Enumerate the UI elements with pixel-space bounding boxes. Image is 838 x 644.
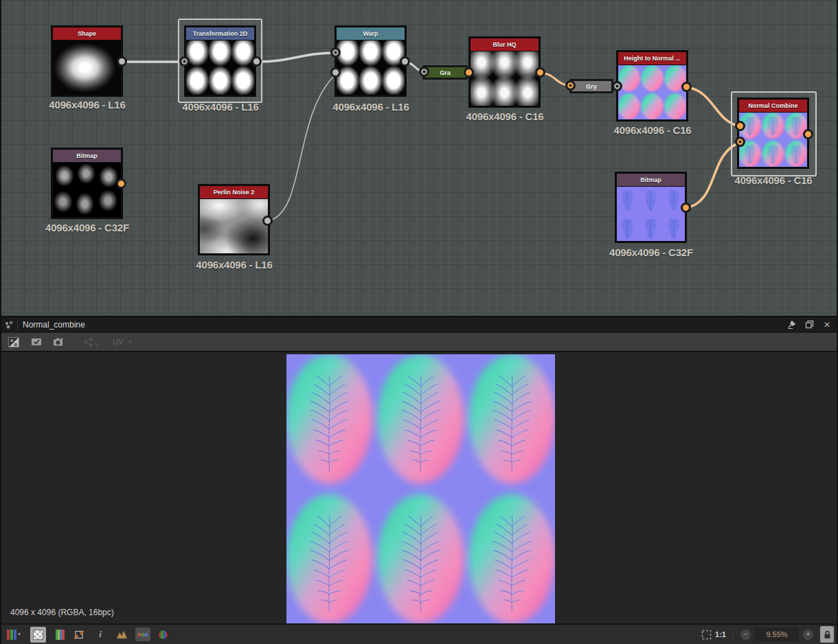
- node-bitmap-left-thumbnail: [53, 163, 121, 217]
- share-nodes-icon: [83, 337, 93, 347]
- node-shape-label: 4096x4096 - L16: [25, 99, 149, 111]
- histogram-button[interactable]: [115, 627, 128, 642]
- node-bitmap-left-label: 4096x4096 - C32F: [25, 222, 149, 233]
- zoom-level-field[interactable]: 9.55%: [755, 628, 799, 641]
- ab-compare-b-label: B: [14, 343, 17, 347]
- graph-icon: [4, 320, 14, 330]
- histogram-mountain-icon: [116, 630, 128, 639]
- port-heighttonormal-output[interactable]: [681, 82, 692, 92]
- info-icon: i: [99, 629, 102, 640]
- channel-select-button[interactable]: [5, 627, 18, 642]
- link-views-button[interactable]: [81, 334, 95, 349]
- histogram-stripes-button[interactable]: [53, 627, 67, 642]
- port-grayscale-input[interactable]: [565, 80, 576, 91]
- node-transformation2d-header: Transformation 2D: [186, 27, 254, 40]
- background-toggle-button[interactable]: [30, 627, 46, 643]
- node-normalcombine[interactable]: Normal Combine: [737, 97, 809, 169]
- port-warp-input-1[interactable]: [330, 47, 341, 58]
- port-bitmap-left-output[interactable]: [116, 179, 126, 189]
- display-check-icon: [31, 337, 42, 347]
- node-heighttonormal[interactable]: Height to Normal ...: [616, 50, 688, 122]
- lock-zoom-button[interactable]: [820, 626, 834, 643]
- node-shape-header: Shape: [53, 27, 121, 40]
- window-left-edge: [0, 0, 1, 644]
- node-warp-thumbnail: [337, 41, 405, 95]
- node-warp[interactable]: Warp: [335, 25, 407, 97]
- actual-size-button[interactable]: 1:1: [715, 630, 726, 639]
- port-warp-output[interactable]: [400, 56, 410, 67]
- port-blurhq-input[interactable]: [464, 67, 474, 78]
- checkerboard-icon: [33, 630, 43, 640]
- color-sphere-button[interactable]: [156, 627, 170, 642]
- node-transformation2d-title: Transformation 2D: [193, 30, 248, 37]
- node-shape[interactable]: Shape: [51, 25, 123, 97]
- camera-icon: [53, 337, 64, 347]
- view-statusbar: ▾ i: [0, 623, 838, 644]
- node-bitmap-left-title: Bitmap: [76, 152, 98, 159]
- node-normalcombine-header: Normal Combine: [739, 100, 807, 112]
- zoom-in-button[interactable]: +: [803, 630, 813, 640]
- rgb-channels-icon: [7, 630, 16, 640]
- zoom-out-button[interactable]: −: [740, 630, 751, 640]
- fit-view-button[interactable]: [700, 628, 712, 641]
- node-heighttonormal-title: Height to Normal ...: [624, 55, 681, 62]
- port-gradient-input[interactable]: [419, 67, 429, 77]
- port-warp-input-2[interactable]: [330, 67, 341, 78]
- node-graph-canvas[interactable]: Shape 4096x4096 - L16 Transformation 2D …: [0, 0, 838, 317]
- panel-titlebar[interactable]: Normal_combine ✕: [0, 317, 838, 332]
- zoom-level-value: 9.55%: [766, 630, 787, 639]
- pin-icon[interactable]: [786, 319, 797, 330]
- preview-image[interactable]: [286, 354, 555, 623]
- node-bitmap-left[interactable]: Bitmap: [51, 148, 123, 219]
- port-blurhq-output[interactable]: [535, 67, 545, 78]
- tiling-toggle-button[interactable]: [72, 627, 86, 642]
- node-perlinnoise2-title: Perlin Noise 2: [214, 189, 255, 196]
- info-button[interactable]: i: [95, 627, 105, 642]
- channel-select-caret-icon[interactable]: ▾: [18, 632, 21, 637]
- node-transformation2d-thumbnail: [186, 41, 254, 95]
- node-blurhq-title: Blur HQ: [492, 41, 516, 48]
- float-window-icon[interactable]: [804, 319, 815, 330]
- port-transformation2d-output[interactable]: [251, 56, 262, 67]
- node-blurhq[interactable]: Blur HQ: [468, 36, 541, 108]
- node-grayscale-compact[interactable]: Gry: [569, 79, 613, 93]
- wire-transformation2d-to-warp[interactable]: [257, 53, 336, 62]
- port-normalcombine-output[interactable]: [803, 129, 813, 139]
- node-bitmap-right-thumbnail: [617, 187, 685, 241]
- node-perlinnoise2-label: 4096x4096 - L16: [172, 259, 296, 271]
- application-window: Shape 4096x4096 - L16 Transformation 2D …: [0, 0, 838, 644]
- node-bitmap-right[interactable]: Bitmap: [615, 172, 687, 243]
- save-render-button[interactable]: [51, 334, 66, 349]
- port-bitmap-right-output[interactable]: [681, 203, 691, 213]
- port-transformation2d-input[interactable]: [179, 56, 190, 67]
- node-perlinnoise2[interactable]: Perlin Noise 2: [198, 184, 270, 255]
- link-views-caret-icon[interactable]: ▾: [95, 342, 98, 347]
- wire-perlin-to-warp[interactable]: [268, 74, 336, 221]
- wire-layer: [0, 0, 838, 317]
- node-heighttonormal-header: Height to Normal ...: [618, 52, 686, 65]
- node-transformation2d[interactable]: Transformation 2D: [184, 25, 256, 97]
- port-heighttonormal-input[interactable]: [612, 81, 622, 91]
- port-normalcombine-input-2[interactable]: [735, 137, 745, 147]
- node-perlinnoise2-header: Perlin Noise 2: [200, 186, 268, 198]
- port-shape-output[interactable]: [117, 56, 127, 67]
- panel-title: Normal_combine: [23, 320, 85, 330]
- 2d-view-canvas[interactable]: 4096 x 4096 (RGBA, 16bpc): [0, 354, 838, 623]
- uv-mode-caret-icon[interactable]: ▾: [128, 339, 131, 345]
- port-perlinnoise2-output[interactable]: [262, 216, 273, 226]
- image-info-text: 4096 x 4096 (RGBA, 16bpc): [10, 608, 114, 617]
- node-blurhq-header: Blur HQ: [471, 38, 539, 51]
- uv-mode-dropdown[interactable]: UV: [113, 338, 123, 346]
- node-grayscale-compact-title: Gry: [586, 83, 597, 90]
- statusbar-separator: [733, 628, 734, 641]
- display-settings-button[interactable]: [29, 334, 44, 349]
- ab-compare-a-label: A: [10, 338, 13, 343]
- node-warp-title: Warp: [363, 30, 378, 37]
- srgb-toggle-button[interactable]: RGB: [135, 628, 150, 641]
- port-normalcombine-input-1[interactable]: [735, 121, 745, 131]
- node-bitmap-left-header: Bitmap: [53, 150, 121, 162]
- node-heighttonormal-thumbnail: [618, 65, 686, 119]
- ab-compare-button[interactable]: A B: [5, 334, 22, 349]
- node-normalcombine-thumbnail: [739, 113, 807, 167]
- close-icon[interactable]: ✕: [822, 319, 833, 330]
